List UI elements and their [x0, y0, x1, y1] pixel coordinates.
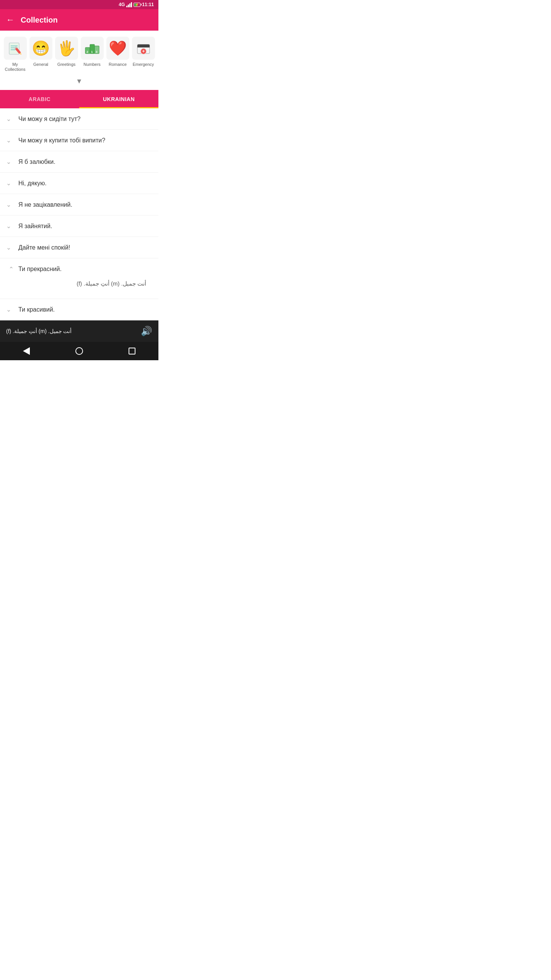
svg-text:+: +	[142, 49, 145, 54]
phrase-text-4: Ні, дякую.	[18, 180, 152, 187]
phrase-row-3[interactable]: ⌄ Я б залюбки.	[0, 151, 158, 173]
phrase-text-7: Дайте мені спокій!	[18, 244, 152, 251]
numbers-icon: 2 1 3	[81, 37, 104, 60]
phrase-row-8-top: ⌄ Ти прекрасний.	[6, 265, 152, 273]
recents-square-icon	[129, 348, 135, 354]
greetings-icon: 🖐	[55, 37, 78, 60]
svg-text:3: 3	[96, 50, 98, 54]
svg-rect-15	[137, 46, 150, 47]
time-display: 11:11	[142, 2, 154, 7]
phrase-row-6[interactable]: ⌄ Я зайнятий.	[0, 216, 158, 237]
phrase-text-3: Я б залюбки.	[18, 158, 152, 165]
emergency-label: Emergency	[133, 62, 154, 67]
audio-playback-bar: أنت جميل. (m) أنتِ جميلة. (f) 🔊	[0, 320, 158, 342]
general-icon: 😁	[29, 37, 52, 60]
page-title: Collection	[21, 16, 58, 24]
phrase-row-7[interactable]: ⌄ Дайте мені спокій!	[0, 237, 158, 258]
category-numbers[interactable]: 2 1 3 Numbers	[80, 37, 104, 67]
audio-play-button[interactable]: 🔊	[141, 326, 152, 336]
general-label: General	[33, 62, 48, 67]
chevron-collapse-icon-3: ⌄	[6, 158, 14, 165]
back-triangle-icon	[23, 347, 30, 355]
numbers-label: Numbers	[83, 62, 101, 67]
audio-phrase-text: أنت جميل. (m) أنتِ جميلة. (f)	[6, 328, 72, 334]
romance-icon: ❤️	[106, 37, 129, 60]
chevron-collapse-icon-2: ⌄	[6, 137, 14, 144]
phrase-row-4[interactable]: ⌄ Ні, дякую.	[0, 173, 158, 194]
emergency-icon: +	[132, 37, 155, 60]
app-header: ← Collection	[0, 9, 158, 31]
category-romance[interactable]: ❤️ Romance	[106, 37, 130, 67]
phrase-row-1[interactable]: ⌄ Чи можу я сидіти тут?	[0, 108, 158, 130]
nav-back-button[interactable]	[19, 343, 34, 359]
tab-ukrainian[interactable]: UKRAINIAN	[79, 90, 158, 108]
nav-home-button[interactable]	[72, 343, 87, 359]
battery-icon: ⚡	[134, 3, 140, 7]
status-bar: 4G ⚡ 11:11	[0, 0, 158, 9]
phrase-row-8[interactable]: ⌄ Ти прекрасний. أنت جميل. (m) أنتِ جميل…	[0, 258, 158, 299]
phrase-row-5[interactable]: ⌄ Я не зацікавлений.	[0, 194, 158, 216]
chevron-collapse-icon-1: ⌄	[6, 115, 14, 122]
category-scroll-area: My Collections 😁 General 🖐 Greetings 2 1…	[0, 31, 158, 75]
chevron-collapse-icon-5: ⌄	[6, 201, 14, 208]
phrase-row-9[interactable]: ⌄ Ти красивий.	[0, 299, 158, 320]
greetings-label: Greetings	[57, 62, 76, 67]
expand-categories-button[interactable]: ▼	[0, 75, 158, 90]
category-my-collections[interactable]: My Collections	[3, 37, 27, 72]
svg-text:1: 1	[91, 50, 93, 54]
phrase-text-2: Чи можу я купити тобі випити?	[18, 137, 152, 144]
phrase-translation-8: أنت جميل. (m) أنتِ جميلة. (f)	[6, 277, 152, 292]
phrase-text-5: Я не зацікавлений.	[18, 201, 152, 208]
language-tabs: ARABIC UKRAINIAN	[0, 90, 158, 108]
phrase-row-2[interactable]: ⌄ Чи можу я купити тобі випити?	[0, 130, 158, 151]
home-circle-icon	[75, 347, 83, 355]
phrase-text-1: Чи можу я сидіти тут?	[18, 116, 152, 122]
romance-label: Romance	[109, 62, 127, 67]
phrase-text-8: Ти прекрасний.	[18, 266, 152, 273]
phrase-text-6: Я зайнятий.	[18, 223, 152, 230]
my-collections-label: My Collections	[3, 62, 27, 72]
svg-text:2: 2	[86, 50, 88, 54]
phrase-list: ⌄ Чи можу я сидіти тут? ⌄ Чи можу я купи…	[0, 108, 158, 320]
network-type: 4G	[119, 2, 125, 7]
category-greetings[interactable]: 🖐 Greetings	[54, 37, 78, 67]
navigation-bar	[0, 342, 158, 360]
category-general[interactable]: 😁 General	[29, 37, 53, 67]
status-icons: 4G ⚡ 11:11	[119, 2, 154, 7]
chevron-collapse-icon-9: ⌄	[6, 306, 14, 313]
category-emergency[interactable]: + Emergency	[131, 37, 155, 67]
chevron-collapse-icon-4: ⌄	[6, 180, 14, 187]
chevron-collapse-icon-6: ⌄	[6, 222, 14, 230]
back-button[interactable]: ←	[6, 15, 15, 25]
nav-recents-button[interactable]	[124, 343, 140, 359]
tab-arabic[interactable]: ARABIC	[0, 90, 79, 108]
my-collections-icon	[4, 37, 27, 60]
signal-icon	[126, 2, 132, 7]
chevron-collapse-icon-7: ⌄	[6, 244, 14, 251]
phrase-text-9: Ти красивий.	[18, 306, 152, 313]
chevron-up-icon-8: ⌄	[6, 265, 14, 273]
